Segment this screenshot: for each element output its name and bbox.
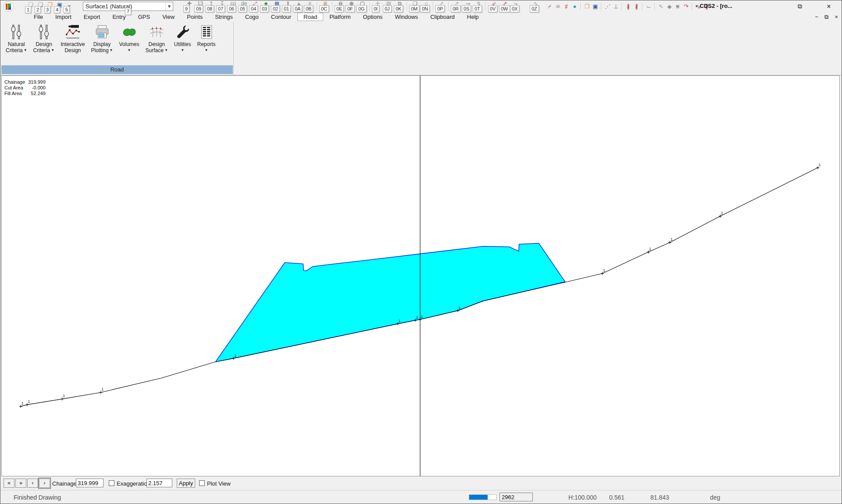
cross-section-canvas[interactable]: Chainage319.999Cut Area-0.000Fill Area52… — [1, 75, 840, 476]
profile-chart-icon[interactable]: ⋰ — [603, 2, 612, 11]
ribbon-road-group: NaturalCriteria▼DesignCriteria▼Interacti… — [1, 21, 234, 75]
last-section-button[interactable]: » — [15, 479, 26, 488]
keytip-badge: 0F — [346, 5, 355, 12]
ribbon-button-utilities[interactable]: Utilities▼ — [171, 23, 194, 53]
menu-platform[interactable]: Platform — [323, 13, 357, 21]
red-sliders-icon[interactable]: ∦ — [624, 2, 632, 11]
menu-strings[interactable]: Strings — [209, 13, 239, 21]
toolbar-button-0F[interactable]: ⊕0F — [346, 1, 357, 12]
toolbar-button-0C[interactable]: ≣0C — [320, 1, 331, 12]
keytip-badge: 0Z — [530, 5, 539, 12]
toolbar-button-06[interactable]: co06 — [228, 1, 239, 12]
menu-windows[interactable]: Windows — [389, 13, 424, 21]
toolbar-button-0T[interactable]: ↯0T — [473, 1, 484, 12]
toolbar-button-04[interactable]: ⤢04 — [250, 1, 260, 12]
surface-select[interactable]: Surface1 (Natural) ▼ 7 — [83, 2, 173, 11]
wavy-lines-icon[interactable]: ≋ — [554, 2, 562, 11]
toolbar-button-0X[interactable]: ⤷0X — [510, 1, 521, 12]
ribbon-button-reports[interactable]: Reports▼ — [194, 23, 218, 53]
chainage-input[interactable] — [76, 479, 103, 487]
menu-gps[interactable]: GPS — [132, 13, 156, 21]
exaggeration-label: Exaggeration — [117, 480, 150, 487]
toolbar-button-0P[interactable]: ↗0P — [436, 1, 447, 12]
ribbon-button-design-criteria[interactable]: DesignCriteria▼ — [30, 23, 58, 53]
window-close-button[interactable]: × — [821, 2, 836, 11]
volumes-icon — [121, 24, 137, 40]
toolbar-button-07[interactable]: ↧07 — [217, 1, 228, 12]
qat-button-5[interactable]: ⌄5 — [64, 1, 74, 12]
strike-line-icon[interactable]: ⌿ — [546, 2, 554, 11]
flat-section-icon[interactable]: ⊥ — [612, 2, 620, 11]
app-logo-icon[interactable] — [3, 1, 14, 12]
menu-import[interactable]: Import — [49, 13, 78, 21]
toolbar-button-0G[interactable]: ▢0G — [357, 1, 368, 12]
open-folder-icon[interactable]: ❒ — [583, 2, 591, 11]
combo-arrow-icon[interactable]: ▼ — [165, 2, 173, 11]
qat-button-4[interactable]: ▣4 — [55, 1, 64, 12]
ribbon-button-design-surface[interactable]: DesignSurface▼ — [143, 23, 171, 53]
toolbar-button-0K[interactable]: ⧉0K — [394, 1, 405, 12]
toolbar-button-0A[interactable]: ▲0A — [293, 1, 304, 12]
sliders-icon — [8, 24, 24, 40]
toolbar-button-0S[interactable]: ↝0S — [462, 1, 473, 12]
toolbar-button-0E[interactable]: ⊖0E — [335, 1, 346, 12]
break-points-icon[interactable]: ⋇ — [674, 2, 682, 11]
ribbon-button-volumes[interactable]: Volumes▼ — [116, 23, 143, 53]
toolbar-button-0I[interactable]: ✛0I — [372, 1, 383, 12]
menu-export[interactable]: Export — [78, 13, 107, 21]
menu-points[interactable]: Points — [181, 13, 209, 21]
menu-clipboard[interactable]: Clipboard — [424, 13, 461, 21]
menu-file[interactable]: File — [28, 13, 49, 21]
curve-icon[interactable]: ↷ — [682, 2, 690, 11]
toolbar-button-01[interactable]: ∥01 — [282, 1, 293, 12]
point-label: 1 — [101, 387, 103, 391]
ribbon-button-display-plotting[interactable]: DisplayPlotting▼ — [88, 23, 116, 53]
status-h-value: H:100.000 — [568, 494, 597, 501]
mdi-close-button[interactable]: × — [835, 14, 838, 20]
toolbar-button-02[interactable]: ▩02 — [271, 1, 282, 12]
mdi-minimize-button[interactable]: − — [815, 14, 819, 20]
design-surface-icon — [149, 24, 164, 40]
qat-button-2[interactable]: ❏2 — [36, 1, 45, 12]
ribbon-button-interactive-design[interactable]: InteractiveDesign — [57, 23, 88, 53]
polygon-points-icon[interactable]: ◈ — [665, 2, 674, 11]
exaggeration-checkbox[interactable] — [109, 480, 114, 486]
qat-button-1[interactable]: ❏1 — [26, 1, 36, 12]
toolbar-button-0W[interactable]: ⇗0W — [499, 1, 510, 12]
red-sliders2-icon[interactable]: ∦ — [632, 2, 641, 11]
first-section-button[interactable]: « — [4, 479, 14, 488]
system-menu-icon[interactable]: ▾ — [696, 4, 698, 8]
mdi-restore-button[interactable]: ⧉ — [824, 14, 828, 21]
apply-button[interactable]: Apply — [177, 479, 195, 488]
toolbar-button-0J[interactable]: ▤0J — [383, 1, 394, 12]
toolbar-button-0V[interactable]: ⇙0V — [489, 1, 499, 12]
ribbon-button-natural-criteria[interactable]: NaturalCriteria▼ — [3, 23, 30, 53]
plot-view-checkbox[interactable] — [199, 480, 205, 486]
path-node-icon[interactable]: ⌙ — [645, 2, 653, 11]
toolbar-button-0B[interactable]: ≡0B — [304, 1, 315, 12]
window-restore-button[interactable]: ⧉ — [793, 2, 806, 11]
cross-section-icon[interactable]: ♯ — [562, 2, 571, 11]
exaggeration-input[interactable] — [146, 479, 172, 487]
menu-contour[interactable]: Contour — [265, 13, 297, 21]
toolbar-button-08[interactable]: ↥08 — [206, 1, 217, 12]
toolbar-button-0N[interactable]: ⌂0N — [421, 1, 432, 12]
toolbar-button-0R[interactable]: ↗0R — [451, 1, 462, 12]
toolbar-button-9[interactable]: ✚9 — [184, 1, 195, 12]
menu-help[interactable]: Help — [461, 13, 485, 21]
toolbar-button-03[interactable]: ♣03 — [260, 1, 271, 12]
toolbar-button-0Z[interactable]: ∿0Z — [530, 1, 541, 12]
qat-button-3[interactable]: ❒3 — [45, 1, 55, 12]
toolbar-button-0M[interactable]: ❏0M — [410, 1, 421, 12]
menu-road[interactable]: Road — [297, 13, 323, 21]
menu-view[interactable]: View — [156, 13, 181, 21]
join-blob-icon[interactable]: ● — [571, 2, 579, 11]
menu-options[interactable]: Options — [357, 13, 389, 21]
save-icon[interactable]: ▣ — [591, 2, 599, 11]
toolbar-button-09[interactable]: 1309 — [195, 1, 206, 12]
toolbar-button-05[interactable]: de05 — [239, 1, 250, 12]
select-arrow-icon[interactable]: ⇖ — [657, 2, 665, 11]
next-section-button[interactable]: › — [39, 479, 50, 488]
previous-section-button[interactable]: ‹ — [27, 479, 38, 488]
menu-cogo[interactable]: Cogo — [239, 13, 265, 21]
